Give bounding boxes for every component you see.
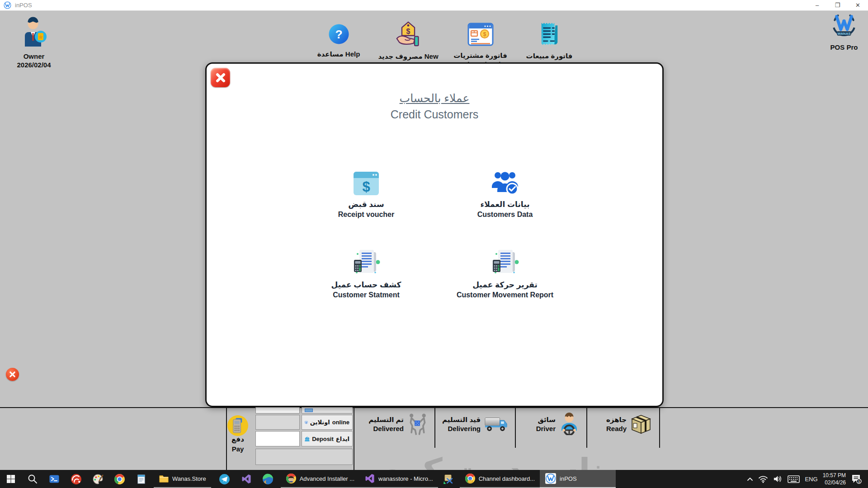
task-wanasstore-vs[interactable]: wanasstore - Micro... — [359, 470, 438, 488]
task-inpos[interactable]: inPOS — [540, 470, 616, 488]
customer-movement-report-item[interactable]: تقرير حركة عميل Customer Movement Report — [442, 248, 568, 299]
status-delivering[interactable]: قيد التسليمDelivering — [435, 407, 515, 441]
window-title: inPOS — [15, 2, 32, 9]
driver-icon — [559, 413, 579, 435]
tray-time: 10:57 PM — [823, 472, 846, 479]
remote-desktop-icon — [71, 474, 82, 485]
close-window-button[interactable]: ✕ — [848, 0, 868, 11]
close-x-icon — [215, 72, 226, 84]
receipt-voucher-item[interactable]: $ سند قبض Receipt voucher — [303, 168, 429, 219]
swirl-app-icon — [262, 474, 274, 485]
online-button[interactable]: اونلاين online — [302, 415, 353, 430]
status-delivered[interactable]: تم التسليمDelivered — [354, 407, 434, 441]
modal-close-button[interactable] — [211, 68, 230, 87]
remote-desktop-button[interactable] — [65, 470, 87, 488]
visual-studio-icon — [364, 473, 375, 484]
payment-terminal-icon — [232, 418, 244, 434]
brand-name: POS Pro — [830, 43, 858, 51]
online-label-arabic: اونلاين — [310, 419, 330, 426]
item-label-english: Receipt voucher — [303, 211, 429, 219]
customers-data-item[interactable]: بيانات العملاء Customers Data — [442, 168, 568, 219]
notepad-button[interactable] — [130, 470, 152, 488]
floating-close-button[interactable] — [6, 368, 19, 381]
chrome-icon — [114, 474, 125, 485]
maximize-button[interactable]: ❐ — [827, 0, 848, 11]
close-x-icon — [9, 371, 16, 378]
powershell-button[interactable] — [43, 470, 65, 488]
notepad-icon — [136, 474, 146, 484]
status-label-arabic: تم التسليم — [368, 416, 404, 424]
pay-label-english: Pay — [225, 445, 250, 453]
deposit-label-english: Deposit — [312, 436, 334, 442]
pay-label-arabic: دفع — [225, 435, 250, 443]
language-indicator[interactable]: ENG — [805, 476, 817, 483]
item-label-arabic: بيانات العملاء — [442, 200, 568, 209]
paint-palette-icon — [92, 474, 104, 485]
chrome-button[interactable] — [108, 470, 130, 488]
tray-chevron-up-icon[interactable] — [747, 477, 753, 481]
deposit-button[interactable]: $ Deposit ايداع — [302, 431, 353, 446]
action-center-icon[interactable]: 1 — [851, 474, 862, 484]
task-wanas-store[interactable]: Wanas.Store — [154, 470, 211, 488]
modal-title-arabic: عملاء بالحساب — [207, 92, 662, 105]
payment-method-button-partial[interactable] — [302, 407, 353, 413]
amount-field-gray[interactable] — [255, 415, 300, 430]
wifi-icon[interactable] — [758, 475, 768, 483]
task-label: Wanas.Store — [172, 475, 206, 482]
system-tray: ENG 10:57 PM 02/04/26 1 — [747, 470, 868, 488]
media-swirl-button[interactable] — [257, 470, 279, 488]
amount-field-partial[interactable] — [255, 407, 300, 413]
start-button[interactable] — [0, 470, 22, 488]
visual-studio-icon — [241, 474, 252, 484]
folder-icon — [159, 474, 169, 484]
status-ready[interactable]: جاهزهReady — [587, 407, 659, 441]
clock[interactable]: 10:57 PM 02/04/26 — [823, 472, 846, 486]
pay-button[interactable] — [227, 415, 248, 436]
telegram-button[interactable] — [214, 470, 236, 488]
svg-text:WANAS: WANAS — [838, 32, 851, 36]
owner-user-button[interactable]: Owner 2026/02/04 — [14, 16, 54, 69]
package-icon — [630, 413, 652, 434]
new-expense-button[interactable]: $ مصروف جديد New Expense — [379, 21, 438, 69]
online-monitor-icon — [305, 417, 308, 428]
paint-button[interactable] — [87, 470, 108, 488]
truck-icon — [484, 416, 508, 432]
customer-statement-item[interactable]: كشف حساب عميل Customer Statment — [303, 248, 429, 299]
partial-icon — [305, 408, 313, 412]
help-button[interactable]: ? مساعدة Help — [314, 23, 363, 58]
visual-studio-button[interactable] — [236, 470, 257, 488]
sales-invoice-icon — [538, 21, 561, 47]
help-label: مساعدة Help — [317, 50, 360, 58]
task-label: Channel dashboard... — [479, 475, 535, 482]
purchase-invoice-icon: $ — [467, 23, 494, 46]
customers-data-icon — [491, 169, 519, 196]
new-expense-label: مصروف جديد New — [378, 52, 438, 61]
volume-icon[interactable] — [773, 475, 783, 483]
setup-box-button[interactable] — [438, 470, 460, 488]
owner-label: Owner — [24, 52, 45, 60]
amount-field-white[interactable] — [255, 431, 300, 446]
customer-statement-icon — [351, 249, 381, 276]
touch-keyboard-icon[interactable] — [788, 475, 800, 483]
receipt-voucher-icon: $ — [353, 171, 379, 196]
sales-invoice-button[interactable]: فاتورة مبيعات Sales Invoice — [524, 21, 574, 69]
svg-text:$: $ — [483, 31, 486, 38]
search-button[interactable] — [22, 470, 43, 488]
status-driver[interactable]: سائقDriver — [516, 407, 586, 441]
purchase-invoice-button[interactable]: $ فاتورة مشتريات Purchase invoice — [452, 23, 509, 68]
customer-movement-icon — [490, 249, 520, 276]
deposit-bank-icon: $ — [305, 434, 310, 444]
sales-invoice-label: فاتورة مبيعات — [526, 52, 573, 60]
task-channel-dashboard[interactable]: Channel dashboard... — [460, 470, 540, 488]
status-label-arabic: سائق — [536, 416, 556, 424]
minimize-button[interactable]: – — [807, 0, 827, 11]
svg-text:$: $ — [362, 179, 370, 195]
task-advanced-installer[interactable]: Advanced Installer ... — [281, 470, 359, 488]
status-label-arabic: قيد التسليم — [442, 416, 481, 424]
online-label-english: online — [332, 419, 349, 426]
help-icon: ? — [328, 23, 349, 45]
task-label: wanasstore - Micro... — [378, 475, 433, 482]
task-label: inPOS — [560, 475, 577, 482]
item-label-arabic: سند قبض — [303, 200, 429, 209]
window-titlebar: inPOS – ❐ ✕ — [0, 0, 868, 11]
